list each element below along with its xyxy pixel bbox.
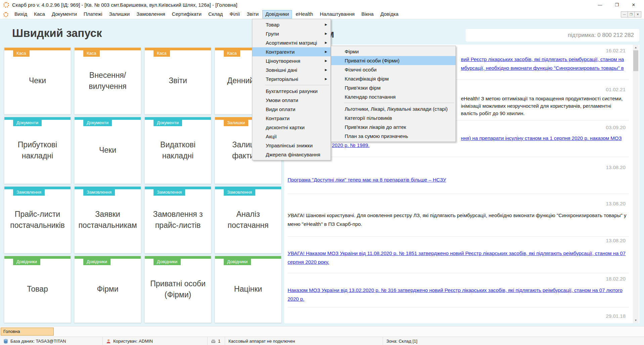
- tile-Націнки[interactable]: ДовідникиНацінки: [215, 256, 282, 323]
- statusbar-user-label: Користувач: ADMIN: [113, 339, 153, 344]
- tile-Товар[interactable]: ДовідникиТовар: [4, 256, 71, 323]
- news-link[interactable]: Наказом МОЗ України від 13.02.2020 р. № …: [288, 286, 629, 303]
- submenu-item-Приватні особи (Фірми)[interactable]: Приватні особи (Фірми): [331, 56, 456, 65]
- tile-category-tag: Каса: [154, 50, 170, 57]
- menubar-item-Залишки[interactable]: Залишки: [106, 10, 133, 18]
- statusbar-cash-status: Кассовый аппарат не подключен: [225, 337, 383, 345]
- news-link[interactable]: вий Реєстр лікарських засобів, які підля…: [461, 56, 624, 62]
- dropdown-item-Ціноутворення[interactable]: Ціноутворення▶: [252, 56, 331, 65]
- menubar-item-Налаштування[interactable]: Налаштування: [317, 10, 358, 18]
- support-phone: підтримка: 0 800 212 282: [466, 29, 639, 42]
- news-separator: [288, 194, 629, 194]
- tile-category-tag: Довідники: [83, 259, 111, 265]
- tile-label: Прайс-листи постачальників: [4, 209, 71, 231]
- menubar-item-Замовлення[interactable]: Замовлення: [133, 10, 168, 18]
- submenu-item-Категорії пільговиків[interactable]: Категорії пільговиків: [331, 113, 456, 122]
- tile-Чеки[interactable]: ДокументиЧеки: [74, 117, 141, 184]
- menubar-item-Довідники[interactable]: Довідники: [262, 10, 292, 18]
- tile-Аналіз постачання[interactable]: ЗамовленняАналіз постачання: [215, 186, 282, 253]
- dropdown-item-Бухгалтерські рахунки[interactable]: Бухгалтерські рахунки: [252, 87, 331, 96]
- tile-Внесення/вилучення[interactable]: КасаВнесення/вилучення: [74, 47, 141, 114]
- tile-category-strip: [75, 256, 141, 259]
- menubar-item-Філії[interactable]: Філії: [226, 10, 243, 18]
- submenu-item-Класифікація фірм[interactable]: Класифікація фірм: [331, 74, 456, 83]
- news-date: 01.02.21: [606, 87, 626, 92]
- maximize-button[interactable]: ❐: [608, 0, 625, 10]
- menubar-item-Платежі[interactable]: Платежі: [81, 10, 105, 18]
- submenu-item-Прив'язки фірм[interactable]: Прив'язки фірм: [331, 83, 456, 92]
- menubar-item-eHealth[interactable]: eHealth: [293, 10, 316, 18]
- submenu-item-Календар постачання[interactable]: Календар постачання: [331, 92, 456, 101]
- news-date: 29.01.18: [606, 313, 626, 319]
- tile-Заявки постачальникам[interactable]: ЗамовленняЗаявки постачальникам: [74, 186, 141, 253]
- tile-Чеки[interactable]: КасаЧеки: [4, 47, 71, 114]
- dropdown-item-Зовнішні дані[interactable]: Зовнішні дані▶: [252, 65, 331, 75]
- tile-Приватні особи (Фірми)[interactable]: ДовідникиПриватні особи (Фірми): [144, 256, 211, 323]
- user-icon: [106, 339, 111, 344]
- menubar-item-Склад[interactable]: Склад: [205, 10, 226, 18]
- tile-Замовлення з прайс-листів[interactable]: ЗамовленняЗамовлення з прайс-листів: [144, 186, 211, 253]
- scrollbar-thumb[interactable]: [633, 50, 638, 71]
- dropdown-item-Умови оплати[interactable]: Умови оплати: [252, 96, 331, 105]
- scroll-down-icon[interactable]: ▼: [633, 317, 639, 323]
- tile-Видаткові накладні[interactable]: ДокументиВидаткові накладні: [144, 117, 211, 184]
- menubar-item-Каса[interactable]: Каса: [31, 10, 48, 18]
- tile-Фірми[interactable]: ДовідникиФірми: [74, 256, 141, 323]
- dropdown-item-Асортиментні матриці[interactable]: Асортиментні матриці▶: [252, 38, 331, 47]
- dropdown-item-Контрагенти[interactable]: Контрагенти▶: [252, 47, 331, 56]
- statusbar-cash-status-label: Кассовый аппарат не подключен: [228, 339, 295, 344]
- tile-Звіти[interactable]: КасаЗвіти: [144, 47, 211, 114]
- mdi-minimize-button[interactable]: —: [621, 12, 628, 17]
- menubar-item-Довідка[interactable]: Довідка: [377, 10, 401, 18]
- submenu-arrow-icon: ▶: [325, 65, 327, 75]
- statusbar-pos-count-value: 1: [218, 339, 220, 344]
- news-link[interactable]: ння) на препарати інсуліну станом на 1 с…: [461, 135, 622, 141]
- dropdown-item-Джерела фінансування[interactable]: Джерела фінансування: [252, 150, 331, 159]
- dropdown-item-Акції[interactable]: Акції: [252, 132, 331, 141]
- tile-category-strip: [4, 117, 71, 120]
- scroll-up-icon[interactable]: ▲: [633, 45, 639, 50]
- dropdown-item-Управлінські знижки[interactable]: Управлінські знижки: [252, 141, 331, 150]
- submenu-item-Льготники, Лікарі, Лікувальні заклади (старі)[interactable]: Льготники, Лікарі, Лікувальні заклади (с…: [331, 104, 456, 113]
- menubar-item-Сертифікати[interactable]: Сертифікати: [169, 10, 205, 18]
- mdi-window-controls: — ❐ ✕: [621, 11, 641, 17]
- tile-Прайс-листи постачальників[interactable]: ЗамовленняПрайс-листи постачальників: [4, 186, 71, 253]
- menubar-item-Вихід[interactable]: Вихід: [11, 10, 30, 18]
- minimize-button[interactable]: —: [592, 0, 608, 10]
- menubar-item-Вікна[interactable]: Вікна: [358, 10, 377, 18]
- menubar-item-Звіти[interactable]: Звіти: [244, 10, 262, 18]
- news-link[interactable]: мбурсації, необхідно виконати функцію "С…: [461, 65, 624, 71]
- tab-holovna[interactable]: Головна: [1, 328, 54, 336]
- menubar-item-Документи[interactable]: Документи: [49, 10, 80, 18]
- close-button[interactable]: ✕: [625, 0, 642, 10]
- app-logo-icon: [3, 2, 9, 8]
- dropdown-item-Види оплати[interactable]: Види оплати: [252, 105, 331, 114]
- news-link[interactable]: Програма "Доступні ліки" тепер має на 8 …: [288, 177, 446, 183]
- tile-category-tag: Каса: [224, 50, 240, 57]
- mdi-restore-button[interactable]: ❐: [628, 12, 635, 17]
- tile-label: Звіти: [165, 75, 190, 86]
- dropdown-item-Товар[interactable]: Товар▶: [252, 20, 331, 29]
- menubar: ВихідКасаДокументиПлатежіЗалишкиЗамовлен…: [0, 10, 644, 19]
- dropdown-item-дисконтні картки[interactable]: дисконтні картки: [252, 123, 331, 132]
- submenu-item-Фізичні особи[interactable]: Фізичні особи: [331, 65, 456, 74]
- dropdown-item-Контракти[interactable]: Контракти: [252, 114, 331, 123]
- statusbar-pos-count: 1: [208, 337, 225, 345]
- news-date: 16.02.21: [606, 48, 626, 53]
- tile-category-tag: Залишки: [224, 120, 248, 126]
- submenu-item-План за сумою призначень[interactable]: План за сумою призначень: [331, 132, 456, 141]
- dropdown-item-Територіальні[interactable]: Територіальні▶: [252, 75, 331, 84]
- submenu-kontragenty: ФірмиПриватні особи (Фірми)Фізичні особи…: [331, 46, 456, 142]
- submenu-arrow-icon: ▶: [325, 20, 327, 29]
- titlebar: Скарб pro v. 4.0.2.96 [ІД: 969] - [Кв. №…: [0, 0, 644, 10]
- dropdown-item-Групи[interactable]: Групи▶: [252, 29, 331, 38]
- mdi-close-button[interactable]: ✕: [635, 12, 641, 17]
- news-link[interactable]: УВАГА! Наказом МОЗ України від 11.08.202…: [288, 249, 629, 266]
- database-icon: [3, 339, 8, 344]
- news-link[interactable]: 2020 р. № 1989.: [332, 142, 370, 148]
- statusbar-zone: Зона: Склад [1]: [383, 337, 421, 345]
- news-scrollbar[interactable]: ▲ ▼: [633, 45, 639, 323]
- submenu-item-Прив'язки лікарів до аптек[interactable]: Прив'язки лікарів до аптек: [331, 122, 456, 132]
- submenu-item-Фірми[interactable]: Фірми: [331, 47, 456, 56]
- tile-Прибуткові накладні[interactable]: ДокументиПрибуткові накладні: [4, 117, 71, 184]
